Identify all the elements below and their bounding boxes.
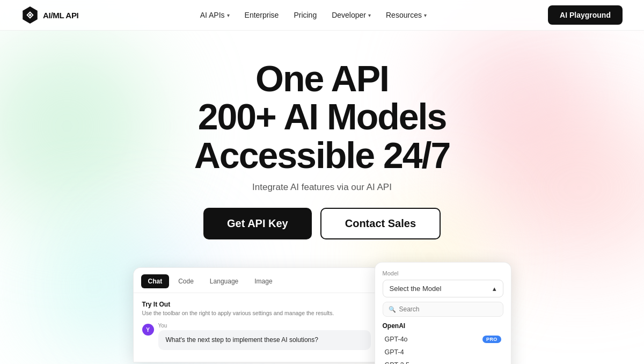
nav-ai-apis[interactable]: AI APIs ▾ — [194, 8, 236, 23]
nav-developer[interactable]: Developer ▾ — [325, 8, 377, 23]
tab-language[interactable]: Language — [203, 274, 245, 288]
nav-pricing[interactable]: Pricing — [287, 8, 323, 23]
nav-links: AI APIs ▾ Enterprise Pricing Developer ▾… — [194, 8, 433, 23]
you-label: You — [158, 323, 371, 329]
model-panel: Model Select the Model ▴ 🔍 OpenAI GPT-4o… — [375, 262, 511, 364]
logo-icon — [21, 6, 39, 24]
hero-line1: One API — [255, 58, 389, 99]
search-icon: 🔍 — [389, 306, 396, 313]
chat-content: Try It Out Use the toolbar on the right … — [134, 293, 379, 362]
pro-badge: PRO — [482, 336, 501, 343]
model-search-input[interactable] — [399, 305, 497, 313]
chat-bubble: What's the next step to implement these … — [158, 330, 371, 350]
tab-image[interactable]: Image — [247, 274, 279, 288]
navbar: AI/ML API AI APIs ▾ Enterprise Pricing D… — [0, 0, 644, 31]
nav-resources[interactable]: Resources ▾ — [379, 8, 433, 23]
tab-chat[interactable]: Chat — [141, 274, 170, 288]
ai-playground-button[interactable]: AI Playground — [548, 5, 623, 25]
chevron-down-icon: ▾ — [424, 12, 427, 18]
demo-section: Chat Code Language Image Try It Out Use … — [0, 257, 644, 364]
group-label-openai: OpenAI — [383, 321, 503, 331]
hero-line3: Accessible 24/7 — [194, 135, 450, 176]
avatar: Y — [142, 324, 154, 336]
hero-title: One API 200+ AI Models Accessible 24/7 — [21, 60, 623, 174]
logo-text: AI/ML API — [43, 11, 78, 20]
model-panel-label: Model — [383, 270, 503, 276]
model-item-gpt4o[interactable]: GPT-4o PRO — [383, 333, 503, 346]
logo-svg — [25, 10, 35, 20]
chevron-down-icon: ▾ — [227, 12, 230, 18]
model-item-gpt35[interactable]: GPT-3.5 — [383, 359, 503, 364]
tab-code[interactable]: Code — [171, 274, 201, 288]
chat-message-row: Y You What's the next step to implement … — [142, 323, 371, 350]
hero-subtitle: Integrate AI features via our AI API — [21, 182, 623, 193]
get-api-key-button[interactable]: Get API Key — [203, 208, 312, 239]
nav-enterprise[interactable]: Enterprise — [238, 8, 286, 23]
try-it-out-desc: Use the toolbar on the right to apply va… — [142, 310, 371, 316]
chevron-up-icon: ▴ — [493, 285, 496, 293]
hero-section: One API 200+ AI Models Accessible 24/7 I… — [0, 31, 644, 257]
hero-line2: 200+ AI Models — [198, 96, 447, 137]
model-search-box[interactable]: 🔍 — [383, 302, 503, 317]
contact-sales-button[interactable]: Contact Sales — [320, 208, 441, 239]
chat-window: Chat Code Language Image Try It Out Use … — [133, 267, 380, 362]
try-it-out-title: Try It Out — [142, 301, 371, 308]
logo-link[interactable]: AI/ML API — [21, 6, 78, 24]
hero-buttons: Get API Key Contact Sales — [21, 208, 623, 239]
model-select-dropdown[interactable]: Select the Model ▴ — [383, 280, 503, 297]
model-item-gpt4[interactable]: GPT-4 — [383, 346, 503, 359]
chevron-down-icon: ▾ — [368, 12, 371, 18]
chat-tabs: Chat Code Language Image — [134, 268, 379, 293]
